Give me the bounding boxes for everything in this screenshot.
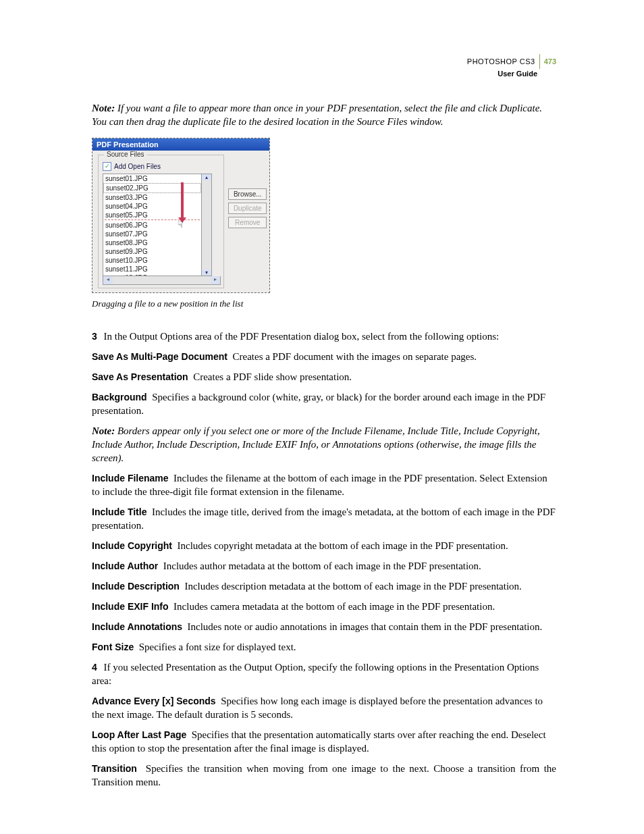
note-text: If you want a file to appear more than o… (92, 103, 542, 127)
option-author: Include Author Includes author metadata … (92, 559, 556, 573)
add-open-files-checkbox[interactable]: ✓ Add Open Files (103, 162, 221, 171)
option-exif: Include EXIF Info Includes camera metada… (92, 600, 556, 613)
scroll-down-icon[interactable]: ▾ (202, 269, 211, 276)
note-borders: Note: Borders appear only if you select … (92, 424, 556, 465)
list-item[interactable]: sunset09.JPG (103, 247, 201, 256)
option-save-pres: Save As Presentation Creates a PDF slide… (92, 370, 556, 384)
checkbox-icon: ✓ (103, 162, 111, 171)
term: Save As Presentation (92, 371, 188, 382)
term: Include Annotations (92, 621, 182, 632)
remove-button[interactable]: Remove (228, 217, 267, 228)
term: Font Size (92, 642, 134, 652)
horizontal-scrollbar[interactable]: ◂ ▸ (103, 276, 221, 285)
browse-button[interactable]: Browse... (228, 188, 267, 200)
term: Transition (92, 763, 137, 774)
figure-caption: Dragging a file to a new position in the… (92, 297, 556, 311)
duplicate-button[interactable]: Duplicate (228, 203, 267, 214)
note-text: Borders appear only if you select one or… (92, 425, 540, 463)
term: Loop After Last Page (92, 729, 186, 740)
list-item[interactable]: sunset06.JPG (103, 221, 201, 230)
definition: Includes author metadata at the bottom o… (163, 561, 481, 571)
option-filename: Include Filename Includes the filename a… (92, 471, 556, 498)
option-fontsize: Font Size Specifies a font size for disp… (92, 640, 556, 654)
list-item[interactable]: sunset01.JPG (103, 174, 201, 183)
header-product: PHOTOSHOP CS3 (467, 57, 535, 66)
term: Include Author (92, 561, 158, 571)
option-copyright: Include Copyright Includes copyright met… (92, 539, 556, 552)
term: Background (92, 392, 147, 402)
definition: Includes camera metadata at the bottom o… (173, 601, 495, 612)
definition: Includes copyright metadata at the botto… (178, 540, 508, 551)
add-open-files-label: Add Open Files (114, 163, 161, 170)
group-legend: Source Files (104, 151, 147, 158)
option-advance: Advance Every [x] Seconds Specifies how … (92, 694, 556, 721)
term: Include Filename (92, 473, 169, 484)
list-item[interactable]: sunset05.JPG (103, 211, 201, 219)
option-annotations: Include Annotations Includes note or aud… (92, 620, 556, 633)
list-item[interactable]: sunset02.JPG (103, 183, 201, 193)
scroll-right-icon[interactable]: ▸ (211, 276, 220, 284)
definition: Creates a PDF slide show presentation. (193, 371, 352, 382)
term: Advance Every [x] Seconds (92, 696, 216, 706)
list-item[interactable]: sunset07.JPG (103, 230, 201, 238)
list-item[interactable]: sunset11.JPG (103, 265, 201, 273)
step-4: 4 If you selected Presentation as the Ou… (92, 660, 556, 687)
definition: Includes the image title, derived from t… (92, 506, 556, 531)
step-text: In the Output Options area of the PDF Pr… (104, 331, 500, 342)
definition: Includes note or audio annotations in im… (188, 621, 543, 632)
drag-cursor-icon: ☟ (178, 219, 184, 230)
step-3: 3 In the Output Options area of the PDF … (92, 330, 556, 343)
header-guide: User Guide (467, 69, 556, 78)
option-background: Background Specifies a background color … (92, 390, 556, 417)
step-text: If you selected Presentation as the Outp… (92, 662, 539, 686)
term: Include Description (92, 581, 180, 592)
definition: Specifies a font size for displayed text… (139, 642, 296, 652)
list-item[interactable]: sunset08.JPG (103, 238, 201, 247)
page-header: PHOTOSHOP CS3 473 User Guide (467, 54, 556, 78)
option-title: Include Title Includes the image title, … (92, 505, 556, 532)
source-file-list[interactable]: sunset01.JPG sunset02.JPG sunset03.JPG s… (103, 174, 202, 276)
definition: Creates a PDF document with the images o… (232, 351, 477, 362)
scroll-left-icon[interactable]: ◂ (103, 276, 113, 284)
term: Include Copyright (92, 540, 172, 551)
note-label: Note: (92, 103, 115, 113)
list-item[interactable]: sunset10.JPG (103, 256, 201, 265)
term: Save As Multi-Page Document (92, 351, 227, 362)
list-item[interactable]: sunset03.JPG (103, 193, 201, 202)
scroll-up-icon[interactable]: ▴ (202, 174, 211, 180)
pdf-presentation-dialog: PDF Presentation Source Files ✓ Add Open… (92, 138, 270, 293)
note-duplicate: Note: If you want a file to appear more … (92, 101, 556, 128)
step-number: 4 (92, 662, 97, 673)
vertical-scrollbar[interactable]: ▴ ▾ (202, 174, 212, 276)
definition: Specifies a background color (white, gra… (92, 392, 545, 416)
page-content: Note: If you want a file to appear more … (92, 101, 556, 789)
note-label: Note: (92, 425, 115, 436)
definition: Specifies the transition when moving fro… (92, 763, 556, 787)
term: Include Title (92, 506, 146, 517)
header-page-number: 473 (544, 57, 556, 66)
dialog-titlebar: PDF Presentation (92, 138, 269, 151)
option-description: Include Description Includes description… (92, 579, 556, 593)
option-save-multi: Save As Multi-Page Document Creates a PD… (92, 350, 556, 363)
source-files-group: Source Files ✓ Add Open Files sunset01.J… (98, 155, 224, 288)
term: Include EXIF Info (92, 601, 169, 612)
header-divider (539, 54, 540, 69)
drag-arrow-icon (181, 182, 184, 219)
option-loop: Loop After Last Page Specifies that the … (92, 728, 556, 755)
definition: Includes description metadata at the bot… (184, 581, 521, 592)
list-item[interactable]: sunset04.JPG (103, 202, 201, 211)
step-number: 3 (92, 331, 97, 342)
option-transition: Transition Specifies the transition when… (92, 762, 556, 789)
list-item[interactable]: sunset13.JPG (103, 273, 201, 276)
